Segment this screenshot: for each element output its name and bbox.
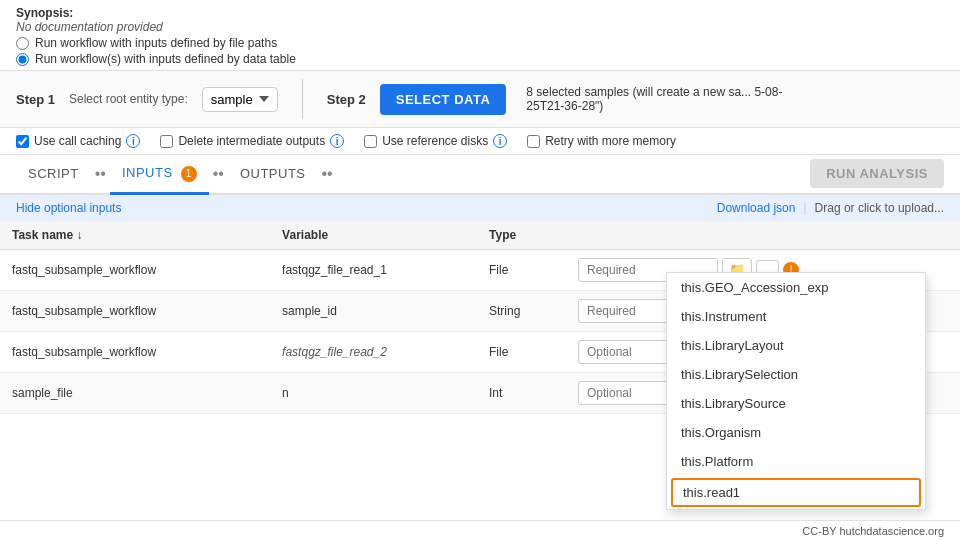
tab-dots-2[interactable]: •• (209, 165, 228, 183)
step2-label: Step 2 (327, 92, 366, 107)
task-name-cell: fastq_subsample_workflow (0, 249, 270, 290)
dropdown-item-0[interactable]: this.GEO_Accession_exp (667, 273, 925, 302)
col-variable: Variable (270, 221, 477, 250)
task-name-cell: fastq_subsample_workflow (0, 290, 270, 331)
step1-label: Step 1 (16, 92, 55, 107)
table-toolbar: Hide optional inputs Download json | Dra… (0, 195, 960, 221)
col-type: Type (477, 221, 566, 250)
tab-script[interactable]: SCRIPT (16, 156, 91, 191)
synopsis-label: Synopsis: (16, 6, 73, 20)
toolbar-right: Download json | Drag or click to upload.… (717, 201, 944, 215)
type-cell: File (477, 249, 566, 290)
task-name-cell: sample_file (0, 372, 270, 413)
variable-cell: n (270, 372, 477, 413)
footer-text: CC-BY hutchdatascience.org (802, 525, 944, 537)
dropdown-item-4[interactable]: this.LibrarySource (667, 389, 925, 418)
selected-samples-text: 8 selected samples (will create a new sa… (526, 85, 806, 113)
variable-cell: fastqgz_file_read_2 (270, 331, 477, 372)
dropdown-item-highlighted[interactable]: this.read1 (671, 478, 921, 507)
option-delete-intermediate: Delete intermediate outputs i (160, 134, 344, 148)
col-task-name: Task name ↓ (0, 221, 270, 250)
tab-outputs[interactable]: OUTPUTS (228, 156, 318, 191)
tabs-row: SCRIPT •• INPUTS 1 •• OUTPUTS •• RUN ANA… (0, 155, 960, 195)
radio-data-table-label: Run workflow(s) with inputs defined by d… (35, 52, 296, 66)
hide-optional-link[interactable]: Hide optional inputs (16, 201, 121, 215)
reference-disks-info-icon[interactable]: i (493, 134, 507, 148)
reference-disks-checkbox[interactable] (364, 135, 377, 148)
variable-cell: fastqgz_file_read_1 (270, 249, 477, 290)
entity-type-label: Select root entity type: (69, 92, 188, 106)
tab-dots-3[interactable]: •• (318, 165, 337, 183)
call-caching-label: Use call caching (34, 134, 121, 148)
attribute-dropdown[interactable]: this.GEO_Accession_exp this.Instrument t… (666, 272, 926, 510)
entity-type-select[interactable]: sample (202, 87, 278, 112)
footer-bar: CC-BY hutchdatascience.org (0, 520, 960, 540)
delete-intermediate-label: Delete intermediate outputs (178, 134, 325, 148)
call-caching-info-icon[interactable]: i (126, 134, 140, 148)
call-caching-checkbox[interactable] (16, 135, 29, 148)
radio-file-paths[interactable] (16, 37, 29, 50)
radio-data-table[interactable] (16, 53, 29, 66)
table-header-row: Task name ↓ Variable Type (0, 221, 960, 250)
tab-dots-1[interactable]: •• (91, 165, 110, 183)
tab-inputs-label: INPUTS (122, 165, 173, 180)
type-cell: String (477, 290, 566, 331)
type-cell: Int (477, 372, 566, 413)
radio-row-2: Run workflow(s) with inputs defined by d… (16, 52, 944, 66)
retry-memory-label: Retry with more memory (545, 134, 676, 148)
synopsis-section: Synopsis: No documentation provided Run … (0, 0, 960, 70)
dropdown-item-2[interactable]: this.LibraryLayout (667, 331, 925, 360)
delete-intermediate-info-icon[interactable]: i (330, 134, 344, 148)
dropdown-item-6[interactable]: this.Platform (667, 447, 925, 476)
type-cell: File (477, 331, 566, 372)
option-retry-memory: Retry with more memory (527, 134, 676, 148)
dropdown-item-3[interactable]: this.LibrarySelection (667, 360, 925, 389)
option-call-caching: Use call caching i (16, 134, 140, 148)
dropdown-item-1[interactable]: this.Instrument (667, 302, 925, 331)
step-divider (302, 79, 303, 119)
reference-disks-label: Use reference disks (382, 134, 488, 148)
main-container: Synopsis: No documentation provided Run … (0, 0, 960, 520)
radio-file-paths-label: Run workflow with inputs defined by file… (35, 36, 277, 50)
retry-memory-checkbox[interactable] (527, 135, 540, 148)
options-row: Use call caching i Delete intermediate o… (0, 128, 960, 155)
radio-row-1: Run workflow with inputs defined by file… (16, 36, 944, 50)
steps-row: Step 1 Select root entity type: sample S… (0, 70, 960, 128)
run-analysis-button[interactable]: RUN ANALYSIS (810, 159, 944, 188)
col-value (566, 221, 960, 250)
download-json-link[interactable]: Download json (717, 201, 796, 215)
inputs-badge: 1 (181, 166, 197, 182)
task-name-cell: fastq_subsample_workflow (0, 331, 270, 372)
no-doc-text: No documentation provided (16, 20, 163, 34)
tab-inputs[interactable]: INPUTS 1 (110, 155, 209, 195)
select-data-button[interactable]: SELECT DATA (380, 84, 507, 115)
step1-block: Step 1 Select root entity type: sample (16, 87, 278, 112)
delete-intermediate-checkbox[interactable] (160, 135, 173, 148)
variable-cell: sample_id (270, 290, 477, 331)
option-reference-disks: Use reference disks i (364, 134, 507, 148)
dropdown-item-5[interactable]: this.Organism (667, 418, 925, 447)
toolbar-divider: | (803, 201, 806, 215)
step2-block: Step 2 SELECT DATA 8 selected samples (w… (327, 84, 807, 115)
drag-or-click-text: Drag or click to upload... (815, 201, 944, 215)
